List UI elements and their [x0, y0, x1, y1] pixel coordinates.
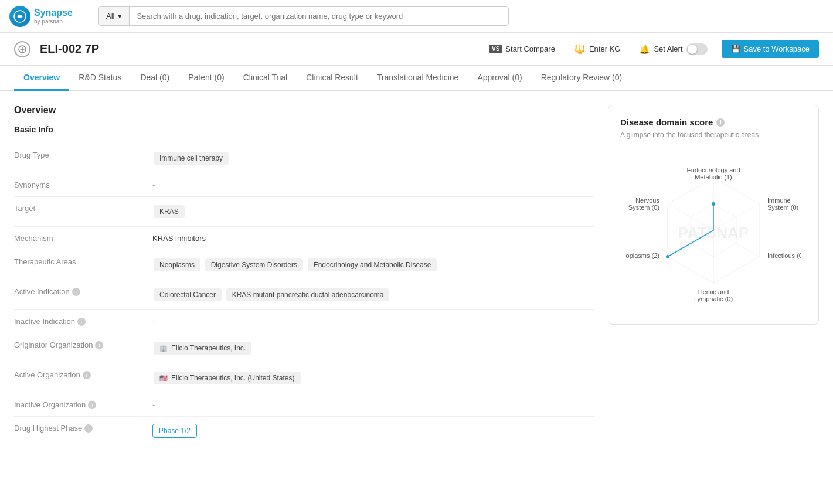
label-active-org: Active Organization i — [14, 370, 143, 379]
content-left: Overview Basic Info Drug Type Immune cel… — [14, 105, 594, 445]
toggle-knob — [688, 45, 697, 54]
nav-tabs: Overview R&D Status Deal (0) Patent (0) … — [0, 66, 833, 91]
main-content: Overview Basic Info Drug Type Immune cel… — [0, 91, 833, 459]
value-therapeutic-areas: Neoplasms Digestive System Disorders End… — [152, 257, 594, 273]
basic-info-title: Basic Info — [14, 125, 594, 134]
drug-phase-info-icon[interactable]: i — [84, 424, 93, 433]
field-target: Target KRAS — [14, 197, 594, 227]
label-drug-type: Drug Type — [14, 151, 143, 159]
top-bar: Synapse by patsnap All ▾ — [0, 0, 833, 33]
save-workspace-button[interactable]: 💾 Save to Workspace — [722, 40, 819, 58]
alert-toggle-switch[interactable] — [686, 43, 708, 55]
search-input[interactable] — [130, 7, 508, 25]
field-originator-org: Originator Organization i 🏢 Elicio Thera… — [14, 333, 594, 363]
svg-point-1 — [18, 15, 22, 18]
set-alert-label: Set Alert — [654, 45, 682, 53]
radar-svg: Endocrinology and Metabolic (1) Immune S… — [625, 151, 801, 309]
tab-clinical-result[interactable]: Clinical Result — [297, 66, 368, 91]
active-org-tag[interactable]: 🇺🇸 Elicio Therapeutics, Inc. (United Sta… — [154, 372, 301, 384]
active-indication-info-icon[interactable]: i — [72, 288, 80, 296]
value-synonyms: - — [152, 181, 594, 189]
tag-kras-mutant: KRAS mutant pancreatic ductal adenocarci… — [226, 288, 390, 301]
logo-icon — [9, 6, 30, 27]
label-hemic: Hemic and — [698, 288, 729, 295]
value-active-indication: Colorectal Cancer KRAS mutant pancreatic… — [152, 287, 594, 302]
drug-type-tag: Immune cell therapy — [154, 152, 229, 165]
save-label: Save to Workspace — [744, 45, 810, 53]
logo: Synapse by patsnap — [9, 6, 91, 27]
field-drug-type: Drug Type Immune cell therapy — [14, 144, 594, 173]
label-active-indication: Active Indication i — [14, 287, 143, 296]
tab-overview[interactable]: Overview — [14, 66, 69, 91]
phase-tag: Phase 1/2 — [152, 424, 197, 438]
field-active-indication: Active Indication i Colorectal Cancer KR… — [14, 280, 594, 310]
inactive-org-info-icon[interactable]: i — [88, 401, 96, 409]
tab-translational-medicine[interactable]: Translational Medicine — [368, 66, 468, 91]
label-hemic-2: Lymphatic (0) — [694, 295, 733, 302]
vs-badge: VS — [489, 45, 502, 53]
compare-button[interactable]: VS Start Compare — [485, 42, 560, 56]
label-immune-2: System (0) — [767, 204, 798, 211]
field-synonyms: Synonyms - — [14, 173, 594, 197]
kg-icon: 🔱 — [574, 43, 586, 55]
label-inactive-org: Inactive Organization i — [14, 400, 143, 409]
label-nervous-2: System (0) — [628, 204, 659, 211]
value-target: KRAS — [152, 204, 594, 219]
disease-domain-subtitle: A glimpse into the focused therapeutic a… — [620, 131, 807, 139]
disease-domain-card: Disease domain score i A glimpse into th… — [608, 105, 819, 325]
radar-chart: Endocrinology and Metabolic (1) Immune S… — [620, 148, 807, 312]
label-originator-org: Originator Organization i — [14, 340, 143, 349]
chevron-down-icon: ▾ — [118, 12, 122, 21]
save-icon: 💾 — [731, 45, 740, 53]
enter-kg-button[interactable]: 🔱 Enter KG — [569, 41, 625, 57]
originator-org-info-icon[interactable]: i — [95, 341, 103, 349]
enter-kg-label: Enter KG — [589, 45, 620, 53]
originator-org-tag[interactable]: 🏢 Elicio Therapeutics, Inc. — [154, 342, 251, 355]
search-filter-dropdown[interactable]: All ▾ — [99, 7, 130, 25]
tab-clinical-trial[interactable]: Clinical Trial — [234, 66, 297, 91]
label-therapeutic-areas: Therapeutic Areas — [14, 257, 143, 266]
overview-title: Overview — [14, 105, 594, 115]
logo-name: Synapse — [34, 8, 73, 18]
field-drug-phase: Drug Highest Phase i Phase 1/2 — [14, 417, 594, 445]
search-bar: All ▾ — [98, 6, 509, 26]
set-alert-button[interactable]: 🔔 Set Alert — [634, 41, 712, 57]
tab-deal[interactable]: Deal (0) — [131, 66, 179, 91]
tag-digestive: Digestive System Disorders — [205, 258, 303, 271]
tab-rd-status[interactable]: R&D Status — [69, 66, 131, 91]
disease-domain-title: Disease domain score i — [620, 117, 807, 127]
value-inactive-indication: - — [152, 317, 594, 326]
inactive-indication-info-icon[interactable]: i — [77, 318, 86, 326]
label-neoplasms: Neoplasms (2) — [625, 252, 659, 259]
label-drug-phase: Drug Highest Phase i — [14, 424, 143, 433]
value-active-org: 🇺🇸 Elicio Therapeutics, Inc. (United Sta… — [152, 370, 594, 386]
search-filter-value: All — [106, 12, 114, 21]
value-drug-phase: Phase 1/2 — [152, 424, 594, 438]
active-org-info-icon[interactable]: i — [83, 371, 91, 379]
compare-label: Start Compare — [505, 45, 555, 53]
field-inactive-org: Inactive Organization i - — [14, 393, 594, 417]
tag-colorectal: Colorectal Cancer — [154, 288, 222, 301]
content-right: Disease domain score i A glimpse into th… — [608, 105, 819, 445]
label-synonyms: Synonyms — [14, 181, 143, 189]
label-nervous: Nervous — [635, 197, 659, 204]
label-infectious: Infectious (0) — [767, 252, 801, 259]
watermark: PATSNAP — [678, 224, 749, 241]
label-endocrinology-2: Metabolic (1) — [695, 173, 732, 181]
value-drug-type: Immune cell therapy — [152, 151, 594, 166]
drug-icon — [14, 41, 30, 57]
field-mechanism: Mechanism KRAS inhibitors — [14, 227, 594, 250]
tag-endocrinology: Endocrinology and Metabolic Disease — [308, 258, 437, 271]
label-immune: Immune — [767, 197, 791, 204]
tab-regulatory-review[interactable]: Regulatory Review (0) — [532, 66, 632, 91]
label-inactive-indication: Inactive Indication i — [14, 317, 143, 326]
disease-domain-info-icon[interactable]: i — [716, 118, 725, 127]
value-inactive-org: - — [152, 400, 594, 409]
label-target: Target — [14, 204, 143, 213]
target-tag[interactable]: KRAS — [154, 205, 185, 218]
tab-approval[interactable]: Approval (0) — [468, 66, 531, 91]
tag-neoplasms: Neoplasms — [154, 258, 200, 271]
value-mechanism: KRAS inhibitors — [152, 234, 594, 243]
flag-icon: 🇺🇸 — [159, 374, 168, 382]
tab-patent[interactable]: Patent (0) — [179, 66, 233, 91]
